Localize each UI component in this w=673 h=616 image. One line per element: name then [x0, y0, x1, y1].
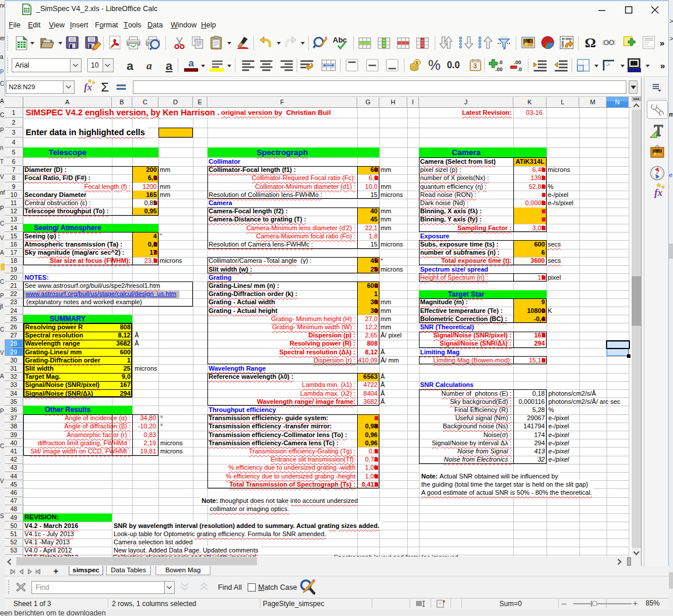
svg-text:$: $ — [415, 60, 418, 65]
svg-text:3: 3 — [474, 63, 477, 69]
svg-text:.00: .00 — [514, 59, 522, 65]
svg-text:*: * — [443, 600, 445, 606]
svg-text:.00: .00 — [495, 66, 503, 72]
svg-text:.0: .0 — [517, 66, 522, 72]
svg-text:.0: .0 — [498, 59, 503, 65]
